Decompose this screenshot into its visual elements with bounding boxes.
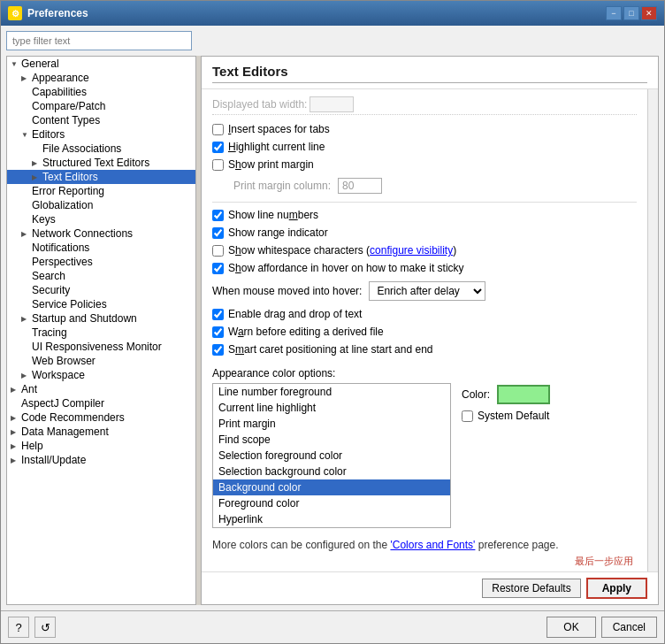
sidebar-label-workspace: Workspace [32, 369, 195, 381]
hover-select[interactable]: Enrich after delay Enrich immediately Ne… [369, 281, 485, 301]
refresh-button[interactable]: ↺ [34, 617, 56, 638]
color-list: Line number foregroundCurrent line highl… [212, 383, 451, 528]
color-row: Color: [462, 385, 550, 404]
sidebar-label-install-update: Install/Update [21, 454, 195, 466]
more-colors-suffix: preference page. [475, 539, 558, 551]
show-range-indicator-checkbox[interactable] [212, 227, 224, 239]
sidebar-item-appearance[interactable]: ▶Appearance [7, 71, 195, 85]
show-affordance-row: Show affordance in hover on how to make … [212, 262, 637, 274]
panel-header: Text Editors [202, 57, 658, 89]
sidebar-item-text-editors[interactable]: ▶Text Editors [7, 170, 195, 184]
sidebar-item-network-connections[interactable]: ▶Network Connections [7, 226, 195, 241]
sidebar-item-ant[interactable]: ▶Ant [7, 382, 195, 396]
sidebar-label-security: Security [32, 284, 195, 296]
show-line-numbers-checkbox[interactable] [212, 210, 224, 221]
sidebar-item-error-reporting[interactable]: Error Reporting [7, 184, 195, 198]
more-colors-row: More colors can be configured on the 'Co… [212, 539, 637, 551]
color-list-item[interactable]: Find scope [213, 432, 450, 448]
color-list-item[interactable]: Background color [213, 479, 450, 495]
enable-drag-drop-checkbox[interactable] [212, 309, 224, 320]
sidebar-item-security[interactable]: Security [7, 283, 195, 297]
appearance-section: Appearance color options: Line number fo… [212, 367, 637, 528]
body-area: ▼General▶AppearanceCapabilitiesCompare/P… [6, 56, 659, 605]
sidebar-item-startup-shutdown[interactable]: ▶Startup and Shutdown [7, 311, 195, 326]
help-button[interactable]: ? [8, 617, 29, 638]
sidebar-label-capabilities: Capabilities [32, 86, 195, 98]
color-list-item[interactable]: Selection background color [213, 464, 450, 479]
sidebar-item-ui-responsiveness[interactable]: UI Responsiveness Monitor [7, 340, 195, 354]
print-margin-column-input[interactable] [338, 178, 382, 194]
sidebar-item-keys[interactable]: Keys [7, 212, 195, 226]
panel-title-underline [212, 82, 647, 83]
sidebar-label-tracing: Tracing [32, 326, 195, 339]
show-affordance-label: Show affordance in hover on how to make … [228, 262, 464, 274]
highlight-line-checkbox[interactable] [212, 142, 224, 153]
show-affordance-checkbox[interactable] [212, 263, 224, 274]
sidebar-label-error-reporting: Error Reporting [32, 185, 195, 197]
tree-arrow-editors: ▼ [21, 131, 32, 139]
color-list-item[interactable]: Foreground color [213, 495, 450, 511]
sidebar-item-capabilities[interactable]: Capabilities [7, 85, 195, 99]
sidebar-item-content-types[interactable]: Content Types [7, 113, 195, 127]
hover-option-row: When mouse moved into hover: Enrich afte… [212, 281, 637, 301]
filter-input[interactable] [6, 31, 192, 50]
sidebar-label-compare-patch: Compare/Patch [32, 100, 195, 112]
panel-action-row: Restore Defaults Apply [202, 571, 658, 604]
sidebar-item-code-recommenders[interactable]: ▶Code Recommenders [7, 410, 195, 425]
show-line-numbers-label: Show line numbers [228, 209, 318, 221]
show-range-indicator-row: Show range indicator [212, 226, 637, 239]
smart-caret-checkbox[interactable] [212, 344, 224, 356]
sidebar-item-compare-patch[interactable]: Compare/Patch [7, 99, 195, 113]
tree-arrow-code-recommenders: ▶ [11, 414, 21, 422]
show-whitespace-checkbox[interactable] [212, 245, 224, 257]
sidebar-item-service-policies[interactable]: Service Policies [7, 297, 195, 311]
sidebar-item-notifications[interactable]: Notifications [7, 241, 195, 255]
color-list-item[interactable]: Current line highlight [213, 400, 450, 416]
color-list-item[interactable]: Line number foreground [213, 384, 450, 400]
sidebar-label-general: General [21, 58, 195, 70]
maximize-button[interactable]: □ [623, 6, 639, 20]
preferences-window: ⚙ Preferences − □ ✕ ▼General▶AppearanceC… [0, 0, 665, 644]
sidebar-item-perspectives[interactable]: Perspectives [7, 255, 195, 269]
minimize-button[interactable]: − [606, 6, 622, 20]
sidebar-item-globalization[interactable]: Globalization [7, 198, 195, 212]
sidebar-item-general[interactable]: ▼General [7, 57, 195, 71]
sidebar-item-aspectj[interactable]: AspectJ Compiler [7, 396, 195, 410]
sidebar-item-install-update[interactable]: ▶Install/Update [7, 453, 195, 467]
color-list-item[interactable]: Print margin [213, 416, 450, 432]
colors-and-fonts-link[interactable]: 'Colors and Fonts' [390, 539, 475, 551]
color-list-item[interactable]: Selection foreground color [213, 448, 450, 464]
configure-visibility-link[interactable]: configure visibility [370, 244, 453, 257]
sidebar-label-keys: Keys [32, 213, 195, 226]
warn-derived-checkbox[interactable] [212, 326, 224, 338]
bottom-left: ? ↺ [8, 617, 56, 638]
sidebar-item-structured-text-editors[interactable]: ▶Structured Text Editors [7, 156, 195, 170]
sidebar-item-workspace[interactable]: ▶Workspace [7, 368, 195, 382]
show-print-margin-label: Show print margin [228, 158, 314, 171]
show-print-margin-checkbox[interactable] [212, 159, 224, 171]
panel-scrollbar[interactable] [647, 89, 658, 571]
system-default-checkbox[interactable] [462, 410, 473, 422]
insert-spaces-checkbox[interactable] [212, 124, 224, 135]
color-swatch[interactable] [497, 385, 550, 404]
restore-defaults-button[interactable]: Restore Defaults [482, 579, 580, 598]
apply-button[interactable]: Apply [586, 578, 647, 599]
sidebar-label-perspectives: Perspectives [32, 256, 195, 268]
main-content: ▼General▶AppearanceCapabilitiesCompare/P… [1, 26, 664, 610]
color-list-item[interactable]: Hyperlink [213, 511, 450, 527]
sidebar-item-data-management[interactable]: ▶Data Management [7, 425, 195, 439]
tree-arrow-workspace: ▶ [21, 372, 32, 380]
sidebar-item-web-browser[interactable]: Web Browser [7, 354, 195, 368]
filter-row [6, 31, 659, 50]
cancel-button[interactable]: Cancel [601, 617, 657, 638]
close-button[interactable]: ✕ [641, 6, 657, 20]
sidebar-label-content-types: Content Types [32, 114, 195, 126]
sidebar-item-file-associations[interactable]: File Associations [7, 142, 195, 156]
window-icon: ⚙ [8, 6, 22, 20]
sidebar-item-help[interactable]: ▶Help [7, 439, 195, 453]
sidebar-item-editors[interactable]: ▼Editors [7, 127, 195, 142]
sidebar-item-tracing[interactable]: Tracing [7, 326, 195, 340]
ok-button[interactable]: OK [547, 617, 595, 638]
sidebar-item-search[interactable]: Search [7, 269, 195, 283]
tree-arrow-text-editors: ▶ [32, 173, 42, 181]
